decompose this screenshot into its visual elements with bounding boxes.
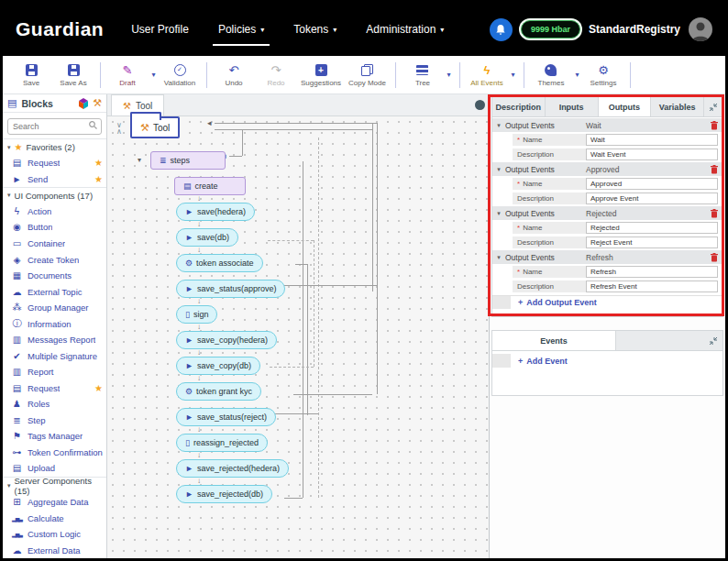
node-save-db[interactable]: ► save(db) [176,228,238,247]
sidebar-item-group-manager[interactable]: ⁂ Group Manager [3,300,106,316]
sidebar-item-external-data[interactable]: ☁ External Data [3,542,106,558]
tree-dropdown-caret[interactable]: ▾ [444,71,454,79]
name-field[interactable]: Wait [586,134,718,146]
name-field[interactable]: Approved [586,178,718,190]
node-steps[interactable]: ≣ steps [150,151,226,170]
nav-policies[interactable]: Policies ▾ [218,23,264,36]
save-button[interactable]: Save [10,60,52,91]
sidebar-item-documents[interactable]: ▦ Documents [3,268,106,284]
star-icon[interactable]: ★ [94,174,103,184]
redo-button[interactable]: ↷ Redo [255,60,297,91]
sidebar-section-server-components[interactable]: ▾ Server Components (15) [3,477,106,494]
node-save-copy-hedera[interactable]: ► save_copy(hedera) [176,331,277,349]
all-events-dropdown-caret[interactable]: ▾ [508,71,518,79]
sidebar-section-favorites[interactable]: ▾ ★ Favorites (2) [3,138,106,155]
name-field[interactable]: Rejected [586,222,718,234]
validation-button[interactable]: ✓ Validation [159,60,201,91]
tab-variables[interactable]: Variables [651,97,704,116]
add-output-event-button[interactable]: +Add Output Event [492,295,722,309]
node-create[interactable]: ▤ create [174,177,246,195]
node-save-copy-db[interactable]: ► save_copy(db) [176,357,260,375]
output-events-section-header[interactable]: ▾ Output Events Approved [492,162,722,176]
output-events-section-header[interactable]: ▾ Output Events Wait [492,118,722,132]
sidebar-item-token-confirmation[interactable]: ⊶ Token Confirmation [3,445,106,461]
nav-user-profile[interactable]: User Profile [131,23,189,36]
delete-icon[interactable] [706,209,722,218]
node-save-hedera[interactable]: ► save(hedera) [176,203,255,221]
user-avatar[interactable] [689,17,712,41]
sidebar-item-request[interactable]: ▤ Request ★ [3,380,106,397]
nav-tokens[interactable]: Tokens ▾ [293,23,336,36]
sidebar-item-create-token[interactable]: ◈ Create Token [3,251,106,268]
node-save-status-approve[interactable]: ► save_status(approve) [176,280,285,298]
node-token-associate[interactable]: ⚙ token associate [176,254,263,272]
tab-outputs[interactable]: Outputs [599,97,652,116]
description-field[interactable]: Reject Event [586,236,718,248]
save-as-button[interactable]: Save As [52,60,94,91]
tab-events[interactable]: Events [492,331,616,350]
sidebar-item-tags-manager[interactable]: ⚑ Tags Manager [3,428,106,445]
notifications-bell-button[interactable] [490,18,513,41]
sidebar-section-ui-components[interactable]: ▾ UI Components (17) [3,187,106,204]
sidebar-item-button[interactable]: ◉ Button [3,219,106,236]
sidebar-item-aggregate-data[interactable]: ⊞ Aggregate Data [3,494,106,511]
sidebar-item-send[interactable]: ► Send ★ [3,171,106,188]
description-field[interactable]: Wait Event [586,148,718,160]
chart-icon: ▂▅▃ [11,515,23,522]
description-field[interactable]: Refresh Event [586,280,718,292]
suggestions-button[interactable]: + Suggestions [297,60,345,91]
sidebar-item-request[interactable]: ▤ Request ★ [3,155,106,171]
nav-administration[interactable]: Administration ▾ [366,23,444,36]
tab-description[interactable]: Description [492,97,546,116]
lightning-icon: ϟ [484,63,491,77]
delete-icon[interactable] [706,121,722,130]
name-field[interactable]: Refresh [586,266,718,278]
sidebar-item-roles[interactable]: ♟ Roles [3,396,106,412]
all-events-button[interactable]: ϟ All Events [466,60,508,91]
themes-button[interactable]: Themes [530,60,572,91]
collapse-panel-button[interactable] [704,331,722,350]
node-token-grant-kyc[interactable]: ⚙ token grant kyc [176,382,261,401]
node-save-rejected-db[interactable]: ► save_rejected(db) [176,485,272,503]
sidebar-item-external-topic[interactable]: ☁ External Topic [3,283,106,300]
sidebar-item-container[interactable]: ▭ Container [3,236,106,252]
tab-inputs[interactable]: Inputs [546,97,599,116]
sidebar-item-step[interactable]: ≣ Step [3,412,106,429]
node-sign[interactable]: ▯ sign [176,305,217,324]
node-reassign-rejected[interactable]: ▯ reassign_rejected [176,434,268,452]
tree-view-button[interactable]: Tree [402,60,444,91]
node-tool[interactable]: ⚒ Tool [130,116,180,138]
star-icon[interactable]: ★ [94,383,103,393]
sidebar-item-report[interactable]: ▥ Report [3,364,106,380]
output-events-section-header[interactable]: ▾ Output Events Rejected [492,206,722,220]
settings-button[interactable]: ⚙ Settings [582,60,624,91]
caret-down-icon[interactable]: ▾ [138,156,141,164]
draft-dropdown-caret[interactable]: ▾ [149,71,159,79]
delete-icon[interactable] [706,165,722,174]
tools-icon[interactable]: ⚒ [93,97,102,109]
star-icon[interactable]: ★ [94,158,103,168]
description-field[interactable]: Approve Event [586,192,718,204]
sidebar-item-custom-logic[interactable]: ▂▅▃ Custom Logic [3,526,106,543]
sidebar-item-information[interactable]: ⓘ Information [3,315,106,332]
node-save-rejected-hedera[interactable]: ► save_rejected(hedera) [176,459,289,478]
chevron-up-icon: ∧ [116,128,122,135]
output-events-section-header[interactable]: ▾ Output Events Refresh [492,250,722,264]
sidebar-item-messages-report[interactable]: ▥ Messages Report [3,332,106,348]
sidebar-item-multiple-signature[interactable]: ✔ Multiple Signature [3,347,106,364]
node-save-status-reject[interactable]: ► save_status(reject) [176,408,276,426]
sidebar-item-action[interactable]: ϟ Action [3,204,106,220]
sidebar-item-upload[interactable]: ▤ Upload [3,460,106,477]
undo-button[interactable]: ↶ Undo [213,60,255,91]
add-event-button[interactable]: +Add Event [492,354,722,368]
delete-icon[interactable] [706,253,722,262]
copy-mode-button[interactable]: Copy Mode [345,60,390,91]
canvas-theme-toggle[interactable] [475,100,485,110]
themes-dropdown-caret[interactable]: ▾ [572,71,582,79]
search-input[interactable] [7,118,102,135]
modules-cube-icon[interactable] [78,98,89,109]
collapse-panel-button[interactable] [704,97,722,116]
draft-status-button[interactable]: ✎ Draft [106,60,149,91]
collapse-all-control[interactable]: ∨ ∧ [116,122,122,135]
sidebar-item-calculate[interactable]: ▂▅▃ Calculate [3,510,106,526]
